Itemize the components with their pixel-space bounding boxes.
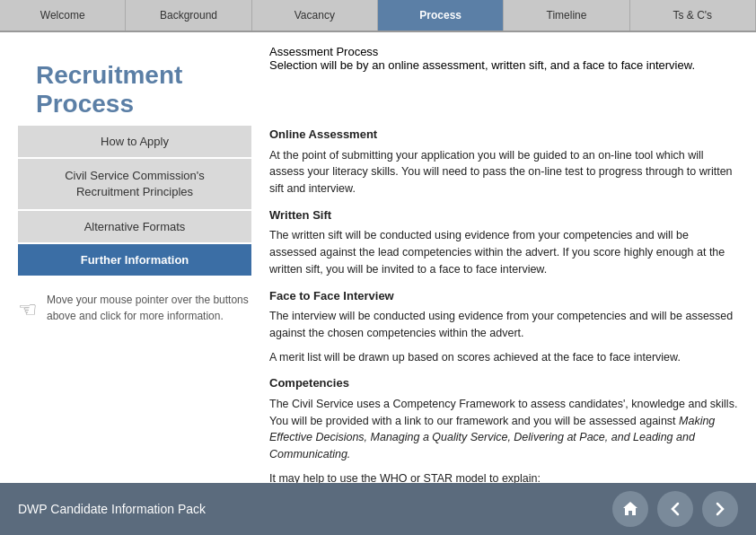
sidebar-btn-further-info[interactable]: Further Information [18, 244, 251, 276]
online-assessment-text: At the point of submitting your applicat… [269, 147, 738, 197]
footer: DWP Candidate Information Pack [0, 483, 756, 535]
forward-button[interactable] [702, 491, 738, 527]
section-title-online-assessment: Online Assessment [269, 126, 738, 144]
header-row: Recruitment Process Assessment Process S… [0, 32, 756, 126]
written-sift-text: The written sift will be conducted using… [269, 227, 738, 277]
sidebar-hint: ☜ Move your mouse pointer over the butto… [18, 292, 251, 326]
section-title-written-sift: Written Sift [269, 206, 738, 224]
content-layout: How to Apply Civil Service Commission'sR… [0, 126, 756, 535]
tab-background[interactable]: Background [126, 0, 251, 31]
cursor-icon: ☜ [18, 294, 38, 326]
main-content: Online Assessment At the point of submit… [269, 126, 738, 535]
intro-title: Assessment Process [269, 45, 738, 58]
tab-ts-cs[interactable]: Ts & C's [630, 0, 756, 31]
back-button[interactable] [657, 491, 693, 527]
top-navigation: Welcome Background Vacancy Process Timel… [0, 0, 756, 32]
tab-welcome[interactable]: Welcome [0, 0, 126, 31]
merit-list-text: A merit list will be drawn up based on s… [269, 349, 738, 366]
competencies-text: The Civil Service uses a Competency Fram… [269, 396, 738, 463]
tab-timeline[interactable]: Timeline [504, 0, 629, 31]
section-title-competencies: Competencies [269, 374, 738, 392]
sidebar-btn-alt-formats[interactable]: Alternative Formats [18, 211, 251, 242]
section-title-face-to-face: Face to Face Interview [269, 287, 738, 305]
sidebar-btn-how-to-apply[interactable]: How to Apply [18, 126, 251, 157]
sidebar-hint-text: Move your mouse pointer over the buttons… [47, 292, 251, 324]
tab-process[interactable]: Process [378, 0, 504, 31]
intro-text: Selection will be by an online assessmen… [269, 58, 738, 72]
page-title: Recruitment Process [18, 45, 269, 126]
sidebar: How to Apply Civil Service Commission'sR… [18, 126, 251, 535]
face-to-face-text: The interview will be conducted using ev… [269, 308, 738, 342]
tab-vacancy[interactable]: Vacancy [252, 0, 378, 31]
home-button[interactable] [612, 491, 648, 527]
footer-title: DWP Candidate Information Pack [18, 502, 206, 516]
page-title-container: Recruitment Process [18, 45, 269, 126]
footer-icons [612, 491, 738, 527]
intro-block: Assessment Process Selection will be by … [269, 45, 738, 72]
sidebar-btn-civil-service[interactable]: Civil Service Commission'sRecruitment Pr… [18, 159, 251, 209]
